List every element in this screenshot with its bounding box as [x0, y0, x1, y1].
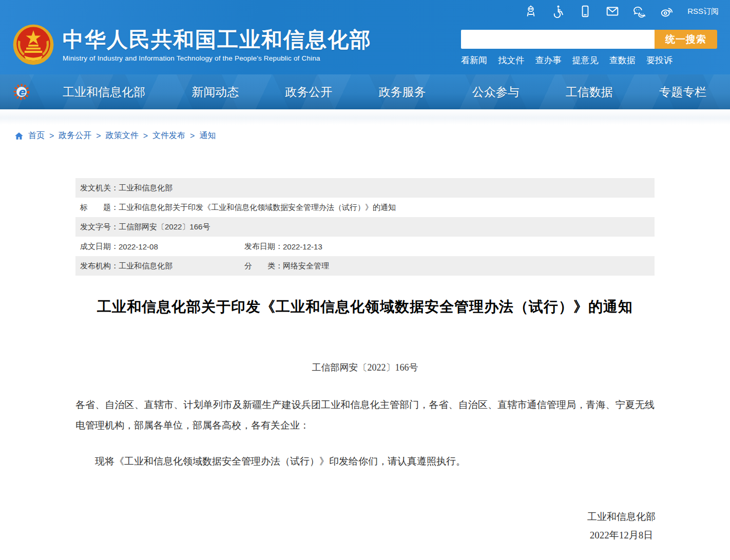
breadcrumb-separator: > — [49, 131, 54, 141]
weibo-icon[interactable] — [660, 5, 674, 18]
breadcrumb-file-release[interactable]: 文件发布 — [152, 130, 185, 141]
svg-text:e: e — [18, 86, 26, 98]
nav-item-participation[interactable]: 公众参与 — [472, 84, 520, 100]
mascot-icon[interactable] — [524, 5, 537, 18]
unified-search-button[interactable]: 统一搜索 — [655, 30, 717, 49]
miit-logo-icon: e — [12, 83, 31, 101]
site-title: 中华人民共和国工业和信息化部 — [63, 27, 372, 52]
site-brand: 中华人民共和国工业和信息化部 Ministry of Industry and … — [12, 24, 372, 66]
meta-row-title: 标 题： 工业和信息化部关于印发《工业和信息化领域数据安全管理办法（试行）》的通… — [75, 198, 655, 217]
breadcrumb-policy-files[interactable]: 政策文件 — [106, 130, 139, 141]
home-icon[interactable] — [14, 131, 24, 141]
breadcrumb-home[interactable]: 首页 — [28, 130, 45, 141]
quick-link-data[interactable]: 查数据 — [609, 54, 636, 66]
meta-row-doc-number: 发文字号： 工信部网安〔2022〕166号 — [75, 217, 655, 237]
meta-value: 2022-12-08 — [119, 242, 158, 251]
quick-link-files[interactable]: 找文件 — [498, 54, 524, 66]
topbar: RSS订阅 — [524, 3, 719, 20]
meta-row-dates: 成文日期： 2022-12-08 发布日期： 2022-12-13 — [75, 237, 655, 256]
breadcrumb-separator: > — [143, 131, 148, 141]
national-emblem-icon — [12, 24, 54, 66]
signature-org: 工业和信息化部 — [587, 508, 656, 526]
search-input[interactable] — [461, 30, 655, 49]
rss-subscribe-link[interactable]: RSS订阅 — [687, 7, 719, 16]
meta-value: 工业和信息化部 — [119, 261, 172, 271]
breadcrumb-separator: > — [96, 131, 101, 141]
article-paragraph: 各省、自治区、直辖市、计划单列市及新疆生产建设兵团工业和信息化主管部门，各省、自… — [75, 395, 655, 436]
meta-value: 工业和信息化部 — [119, 183, 172, 193]
quick-link-feedback[interactable]: 提意见 — [572, 54, 599, 66]
breadcrumb-separator: > — [190, 131, 195, 141]
breadcrumb: 首页 > 政务公开 > 政策文件 > 文件发布 > 通知 — [14, 130, 216, 141]
breadcrumb-notice[interactable]: 通知 — [199, 130, 216, 141]
nav-items: 工业和信息化部 新闻动态 政务公开 政务服务 公众参与 工信数据 专题专栏 — [63, 84, 706, 100]
nav-item-gov-service[interactable]: 政务服务 — [378, 84, 426, 100]
meta-value: 工信部网安〔2022〕166号 — [119, 222, 210, 232]
doc-meta-table: 发文机关： 工业和信息化部 标 题： 工业和信息化部关于印发《工业和信息化领域数… — [75, 178, 655, 276]
miit-document-page: { "topbar": { "rss_label": "RSS订阅", "ico… — [0, 0, 730, 560]
doc-number: 工信部网安〔2022〕166号 — [0, 361, 730, 374]
meta-value: 2022-12-13 — [283, 242, 322, 251]
nav-bottom-shade — [0, 109, 730, 125]
nav-item-special[interactable]: 专题专栏 — [659, 84, 706, 100]
nav-item-gov-open[interactable]: 政务公开 — [285, 84, 332, 100]
breadcrumb-gov-open[interactable]: 政务公开 — [59, 130, 91, 141]
site-header: RSS订阅 中华人民共和国工业和信息化部 Ministry of Industr… — [0, 0, 730, 74]
quick-link-news[interactable]: 看新闻 — [461, 54, 487, 66]
nav-item-data[interactable]: 工信数据 — [566, 84, 613, 100]
nav-item-news[interactable]: 新闻动态 — [191, 84, 239, 100]
article-body: 各省、自治区、直辖市、计划单列市及新疆生产建设兵团工业和信息化主管部门，各省、自… — [75, 395, 655, 472]
signature-block: 工业和信息化部 2022年12月8日 — [587, 508, 656, 545]
mobile-icon[interactable] — [579, 5, 592, 18]
nav-item-miit[interactable]: 工业和信息化部 — [63, 84, 145, 100]
site-subtitle: Ministry of Industry and Information Tec… — [63, 54, 372, 62]
wechat-icon[interactable] — [633, 5, 646, 18]
meta-row-issuing-authority: 发文机关： 工业和信息化部 — [75, 178, 655, 198]
quick-links: 看新闻 找文件 查办事 提意见 查数据 要投诉 — [461, 54, 673, 66]
article-paragraph: 现将《工业和信息化领域数据安全管理办法（试行）》印发给你们，请认真遵照执行。 — [75, 451, 655, 472]
search-area: 统一搜索 — [461, 30, 717, 49]
article-title: 工业和信息化部关于印发《工业和信息化领域数据安全管理办法（试行）》的通知 — [51, 297, 679, 317]
meta-value: 网络安全管理 — [283, 261, 329, 271]
meta-value: 工业和信息化部关于印发《工业和信息化领域数据安全管理办法（试行）》的通知 — [119, 203, 396, 213]
main-nav: e 工业和信息化部 新闻动态 政务公开 政务服务 公众参与 工信数据 专题专栏 — [0, 74, 730, 109]
quick-link-services[interactable]: 查办事 — [535, 54, 561, 66]
accessibility-icon[interactable] — [551, 5, 565, 18]
quick-link-complaint[interactable]: 要投诉 — [646, 54, 673, 66]
meta-row-publisher-category: 发布机构： 工业和信息化部 分 类： 网络安全管理 — [75, 256, 655, 276]
mail-icon[interactable] — [606, 5, 619, 18]
signature-date: 2022年12月8日 — [587, 526, 656, 545]
